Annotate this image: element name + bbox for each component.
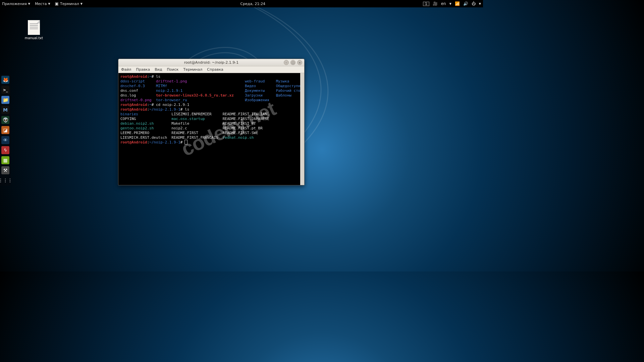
dock-burp[interactable]: ◪ <box>1 126 9 134</box>
taskbar-terminal[interactable]: ▣ Терминал ▼ <box>55 1 83 6</box>
desktop-file-manual[interactable]: manual.txt <box>24 20 44 40</box>
terminal-content[interactable]: root@Android:~# ls ddos-script driftnet-… <box>118 73 304 185</box>
menu-view[interactable]: Вид <box>155 67 162 72</box>
dock-files[interactable]: 📁 <box>1 96 9 104</box>
volume-icon[interactable]: 🔊 <box>463 1 468 6</box>
maximize-button[interactable]: □ <box>290 60 296 65</box>
window-title: root@Android: ~/noip-2.1.9-1 <box>118 60 304 65</box>
dock: 🦊 >_ 📁 M 👽 ◪ 👁 ϟ ▦ ⚒ ⋮⋮⋮ <box>0 74 11 186</box>
dock-notes[interactable]: ▦ <box>1 156 9 164</box>
menu-applications[interactable]: Приложения ▼ <box>2 2 30 6</box>
menu-edit[interactable]: Правка <box>136 67 150 72</box>
menu-applications-label: Приложения <box>2 2 27 6</box>
clock-label: Среда, 21:24 <box>240 2 265 6</box>
dock-terminal[interactable]: >_ <box>1 86 9 94</box>
chevron-down-icon: ▼ <box>48 2 50 5</box>
workspace-indicator[interactable]: 1 <box>423 2 429 6</box>
topbar: Приложения ▼ Места ▼ ▣ Терминал ▼ Среда,… <box>0 0 483 7</box>
menu-file[interactable]: Файл <box>121 67 131 72</box>
menu-places-label: Места <box>35 2 47 6</box>
screencast-icon[interactable]: 🎥 <box>433 1 438 6</box>
textfile-icon <box>28 20 40 35</box>
dock-armitage[interactable]: 👽 <box>1 116 9 124</box>
chevron-down-icon: ▼ <box>449 2 451 5</box>
wifi-icon[interactable]: 📶 <box>455 1 460 6</box>
menu-places[interactable]: Места ▼ <box>35 2 50 6</box>
dock-show-apps[interactable]: ⋮⋮⋮ <box>1 176 9 184</box>
titlebar[interactable]: root@Android: ~/noip-2.1.9-1 – □ × <box>118 59 304 66</box>
menu-help[interactable]: Справка <box>207 67 223 72</box>
dock-firefox[interactable]: 🦊 <box>1 76 9 84</box>
terminal-icon: ▣ <box>55 1 59 6</box>
dock-settings[interactable]: ⚒ <box>1 166 9 174</box>
terminal-window: root@Android: ~/noip-2.1.9-1 – □ × Файл … <box>118 59 305 185</box>
chevron-down-icon: ▼ <box>479 2 481 5</box>
clock[interactable]: Среда, 21:24 <box>83 2 423 6</box>
language-indicator[interactable]: en <box>441 1 446 6</box>
menu-terminal[interactable]: Терминал <box>183 67 202 72</box>
desktop-file-label: manual.txt <box>24 36 44 40</box>
dock-metasploit[interactable]: M <box>1 106 9 114</box>
close-button[interactable]: × <box>297 60 302 65</box>
power-icon[interactable]: ⏻ <box>472 1 476 6</box>
menubar: Файл Правка Вид Поиск Терминал Справка <box>118 66 304 73</box>
minimize-button[interactable]: – <box>284 60 289 65</box>
dock-faraday[interactable]: ϟ <box>1 146 9 154</box>
menu-search[interactable]: Поиск <box>167 67 179 72</box>
chevron-down-icon: ▼ <box>28 2 30 5</box>
taskbar-terminal-label: Терминал <box>60 2 79 6</box>
dock-zenmap[interactable]: 👁 <box>1 136 9 144</box>
